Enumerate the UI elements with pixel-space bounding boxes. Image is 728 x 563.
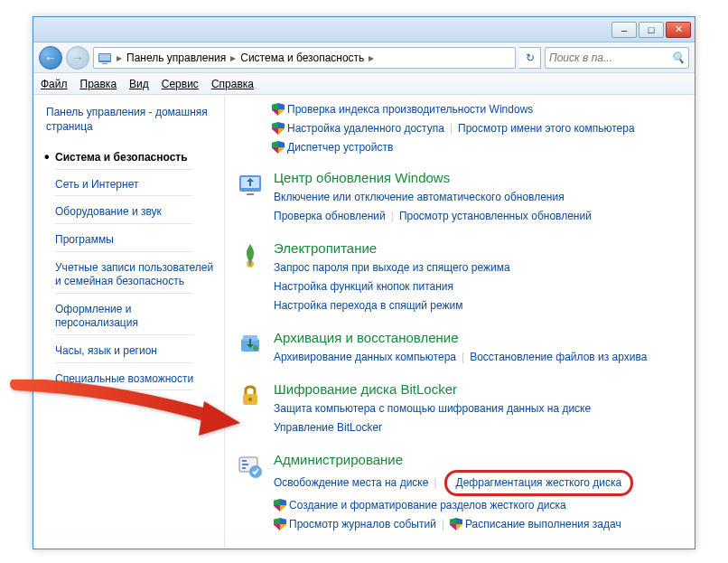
sublink[interactable]: Включение или отключение автоматического… — [274, 191, 565, 203]
control-panel-icon — [98, 51, 112, 65]
sublink[interactable]: Освобождение места на диске — [274, 476, 428, 489]
sidebar-item[interactable]: Учетные записи пользователей и семейная … — [46, 257, 217, 298]
backup-icon — [236, 330, 265, 359]
sublink[interactable]: Проверка обновлений — [274, 210, 386, 222]
divider: | — [444, 122, 458, 135]
svg-rect-1 — [99, 54, 110, 61]
sidebar: Панель управления - домашняя страница Си… — [33, 95, 225, 549]
section-title[interactable]: Шифрование диска BitLocker — [274, 381, 684, 397]
sidebar-item[interactable]: Часы, язык и регион — [46, 340, 217, 368]
divider: | — [386, 210, 399, 222]
divider: | — [428, 476, 442, 489]
menu-file[interactable]: Файл — [41, 78, 68, 90]
sidebar-home-link[interactable]: Панель управления - домашняя страница — [46, 106, 217, 134]
section-backup: Архивация и восстановлениеАрхивирование … — [236, 330, 684, 367]
update-icon — [236, 170, 265, 199]
menu-bar: Файл Правка Вид Сервис Справка — [33, 73, 695, 95]
control-panel-window: – □ ✕ ← → ▸ Панель управления ▸ Система … — [33, 16, 695, 549]
breadcrumb-sep: ▸ — [228, 52, 238, 64]
sublink[interactable]: Расписание выполнения задач — [450, 518, 621, 530]
forward-button[interactable]: → — [66, 46, 89, 70]
search-input[interactable] — [549, 52, 667, 64]
maximize-button[interactable]: □ — [639, 22, 664, 38]
admin-icon — [236, 452, 265, 481]
sidebar-item[interactable]: Оформление и персонализация — [46, 298, 217, 340]
sidebar-item[interactable]: Программы — [46, 229, 217, 257]
sidebar-item[interactable]: Оборудование и звук — [46, 201, 217, 229]
annotation-arrow — [7, 380, 242, 452]
search-box[interactable]: 🔍 — [545, 47, 689, 69]
breadcrumb[interactable]: ▸ Панель управления ▸ Система и безопасн… — [93, 47, 516, 69]
svg-point-11 — [248, 398, 252, 401]
section-title[interactable]: Архивация и восстановление — [274, 330, 684, 345]
breadcrumb-current[interactable]: Система и безопасность — [240, 52, 364, 64]
section-title[interactable]: Администрирование — [274, 452, 684, 467]
sidebar-item[interactable]: Сеть и Интернет — [46, 174, 217, 202]
sublink[interactable]: Настройка перехода в спящий режим — [274, 299, 462, 312]
sublink[interactable]: Проверка индекса производительности Wind… — [272, 103, 533, 116]
divider: | — [456, 351, 470, 363]
breadcrumb-root[interactable]: Панель управления — [126, 52, 226, 64]
menu-view[interactable]: Вид — [129, 78, 149, 90]
sublink[interactable]: Создание и форматирование разделов жестк… — [274, 499, 566, 511]
sublink[interactable]: Просмотр журналов событий — [274, 518, 436, 530]
sublink[interactable]: Просмотр имени этого компьютера — [458, 122, 635, 135]
window-body: Панель управления - домашняя страница Си… — [33, 95, 695, 549]
content-pane[interactable]: Проверка индекса производительности Wind… — [225, 95, 695, 549]
section-bitlocker: Шифрование диска BitLockerЗащита компьют… — [236, 381, 684, 437]
section-title[interactable]: Электропитание — [274, 240, 684, 256]
close-button[interactable]: ✕ — [666, 22, 691, 38]
sublink[interactable]: Управление BitLocker — [274, 421, 382, 434]
refresh-button[interactable]: ↻ — [519, 47, 541, 69]
divider: | — [436, 518, 450, 530]
highlighted-link: Дефрагментация жесткого диска — [444, 470, 634, 496]
section-power: ЭлектропитаниеЗапрос пароля при выходе и… — [236, 240, 684, 315]
sublink[interactable]: Настройка удаленного доступа — [272, 122, 444, 135]
sublink[interactable]: Запрос пароля при выходе из спящего режи… — [274, 261, 510, 274]
sublink[interactable]: Диспетчер устройств — [272, 141, 393, 154]
sublink[interactable]: Защита компьютера с помощью шифрования д… — [274, 402, 591, 415]
back-button[interactable]: ← — [39, 46, 62, 70]
sublink[interactable]: Архивирование данных компьютера — [274, 351, 456, 363]
menu-tools[interactable]: Сервис — [162, 78, 199, 90]
breadcrumb-sep: ▸ — [114, 52, 125, 64]
sublink[interactable]: Восстановление файлов из архива — [470, 351, 647, 363]
power-icon — [236, 240, 265, 269]
menu-help[interactable]: Справка — [211, 78, 254, 90]
sublink[interactable]: Просмотр установленных обновлений — [399, 210, 592, 222]
search-icon: 🔍 — [671, 52, 685, 64]
svg-rect-5 — [247, 193, 254, 195]
titlebar: – □ ✕ — [33, 17, 695, 42]
sublink[interactable]: Дефрагментация жесткого диска — [456, 476, 622, 489]
sublink[interactable]: Настройка функций кнопок питания — [274, 280, 453, 293]
section-admin: АдминистрированиеОсвобождение места на д… — [236, 452, 684, 534]
address-bar: ← → ▸ Панель управления ▸ Система и безо… — [33, 42, 695, 73]
menu-edit[interactable]: Правка — [80, 78, 117, 90]
sidebar-item[interactable]: Система и безопасность — [46, 146, 217, 174]
section-title[interactable]: Центр обновления Windows — [274, 170, 684, 185]
svg-point-9 — [253, 345, 258, 351]
top-sublinks: Проверка индекса производительности Wind… — [272, 100, 684, 157]
svg-rect-2 — [102, 63, 107, 64]
section-update: Центр обновления WindowsВключение или от… — [236, 170, 684, 226]
breadcrumb-sep: ▸ — [366, 52, 377, 64]
minimize-button[interactable]: – — [611, 22, 637, 38]
